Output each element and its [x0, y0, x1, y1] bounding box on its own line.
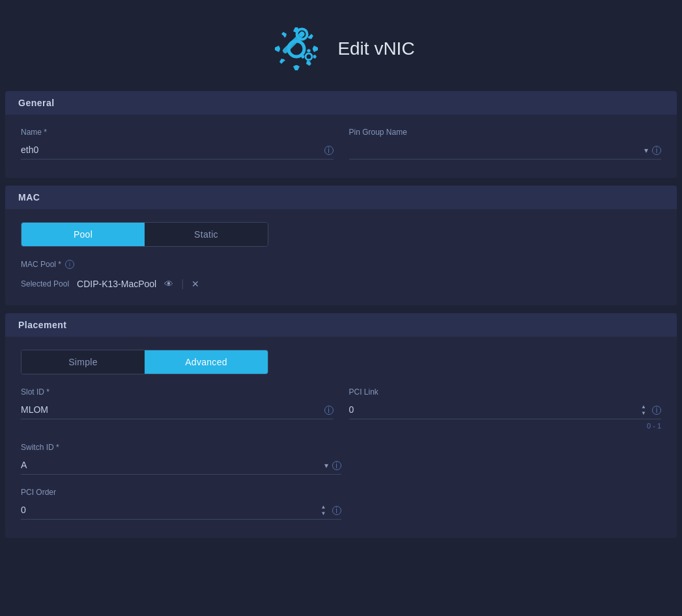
name-input[interactable]	[21, 141, 334, 160]
switch-id-select-wrapper: A B ▾ i	[21, 456, 341, 475]
pci-link-spinner: ▲ ▼	[639, 404, 648, 417]
selected-pool-row: Selected Pool CDIP-K13-MacPool 👁 | ✕	[21, 275, 661, 292]
page-header: Edit vNIC	[0, 0, 682, 91]
pci-link-range: 0 - 1	[349, 422, 662, 430]
slot-id-label: Slot ID *	[21, 387, 334, 397]
name-input-wrapper: i	[21, 141, 334, 160]
placement-simple-toggle[interactable]: Simple	[21, 350, 145, 374]
pci-order-label: PCI Order	[21, 488, 341, 497]
mac-static-toggle[interactable]: Static	[145, 223, 268, 246]
slot-id-input-wrapper: i	[21, 400, 334, 419]
pin-group-name-label: Pin Group Name	[349, 128, 662, 137]
mac-section: MAC Pool Static MAC Pool * i Selected Po…	[5, 186, 677, 305]
pci-order-group: PCI Order ▲ ▼ i	[21, 488, 341, 520]
placement-section-body: Simple Advanced Slot ID * i PCI Link	[5, 337, 677, 538]
name-group: Name * i	[21, 128, 334, 160]
placement-section-header: Placement	[5, 313, 677, 337]
pci-order-input[interactable]	[21, 501, 341, 520]
page-title: Edit vNIC	[337, 38, 414, 59]
view-pool-icon[interactable]: 👁	[164, 279, 173, 289]
clear-pool-icon[interactable]: ✕	[192, 279, 199, 289]
svg-point-4	[305, 53, 312, 60]
name-label: Name *	[21, 128, 334, 137]
selected-pool-label: Selected Pool	[21, 279, 69, 288]
placement-section: Placement Simple Advanced Slot ID * i PC…	[5, 313, 677, 538]
pci-link-input[interactable]	[349, 400, 662, 419]
pci-link-increment[interactable]: ▲	[639, 404, 648, 410]
pci-order-info-icon[interactable]: i	[332, 506, 341, 515]
general-form-row: Name * i Pin Group Name ▾ i	[21, 128, 661, 160]
pci-order-row: PCI Order ▲ ▼ i	[21, 488, 661, 520]
mac-pool-label: MAC Pool * i	[21, 260, 661, 269]
mac-section-header: MAC	[5, 186, 677, 209]
pin-group-select[interactable]	[349, 141, 662, 160]
mac-section-body: Pool Static MAC Pool * i Selected Pool C…	[5, 209, 677, 305]
pin-group-info-icon[interactable]: i	[652, 146, 661, 155]
pci-order-spinner: ▲ ▼	[319, 504, 328, 517]
general-section: General Name * i Pin Group Name	[5, 91, 677, 178]
pci-order-input-wrapper: ▲ ▼ i	[21, 501, 341, 520]
slot-id-info-icon[interactable]: i	[324, 406, 334, 415]
slot-pci-row: Slot ID * i PCI Link ▲ ▼ i	[21, 387, 661, 430]
pci-link-label: PCI Link	[349, 387, 662, 397]
switch-id-row: Switch ID * A B ▾ i	[21, 443, 661, 475]
slot-id-group: Slot ID * i	[21, 387, 334, 430]
placement-advanced-toggle[interactable]: Advanced	[145, 350, 268, 374]
slot-id-input[interactable]	[21, 400, 334, 419]
mac-pool-info-icon[interactable]: i	[65, 260, 74, 269]
switch-id-label: Switch ID *	[21, 443, 341, 452]
switch-id-select[interactable]: A B	[21, 456, 341, 475]
pci-order-decrement[interactable]: ▼	[319, 511, 328, 517]
general-section-body: Name * i Pin Group Name ▾ i	[5, 115, 677, 178]
separator: |	[181, 278, 184, 290]
switch-id-info-icon[interactable]: i	[332, 461, 341, 470]
placement-toggle-group: Simple Advanced	[21, 350, 268, 374]
pci-link-info-icon[interactable]: i	[652, 406, 661, 415]
pci-link-input-wrapper: ▲ ▼ i	[349, 400, 662, 419]
selected-pool-value: CDIP-K13-MacPool	[77, 279, 156, 289]
pin-group-name-group: Pin Group Name ▾ i	[349, 128, 662, 160]
switch-id-group: Switch ID * A B ▾ i	[21, 443, 341, 475]
general-section-header: General	[5, 91, 677, 115]
mac-pool-toggle[interactable]: Pool	[21, 223, 145, 246]
mac-toggle-group: Pool Static	[21, 222, 268, 247]
pci-order-increment[interactable]: ▲	[319, 504, 328, 511]
pci-link-group: PCI Link ▲ ▼ i 0 - 1	[349, 387, 662, 430]
name-info-icon[interactable]: i	[324, 146, 334, 155]
pin-group-select-wrapper: ▾ i	[349, 141, 662, 160]
pci-link-decrement[interactable]: ▼	[639, 410, 648, 417]
settings-icon	[267, 20, 326, 78]
